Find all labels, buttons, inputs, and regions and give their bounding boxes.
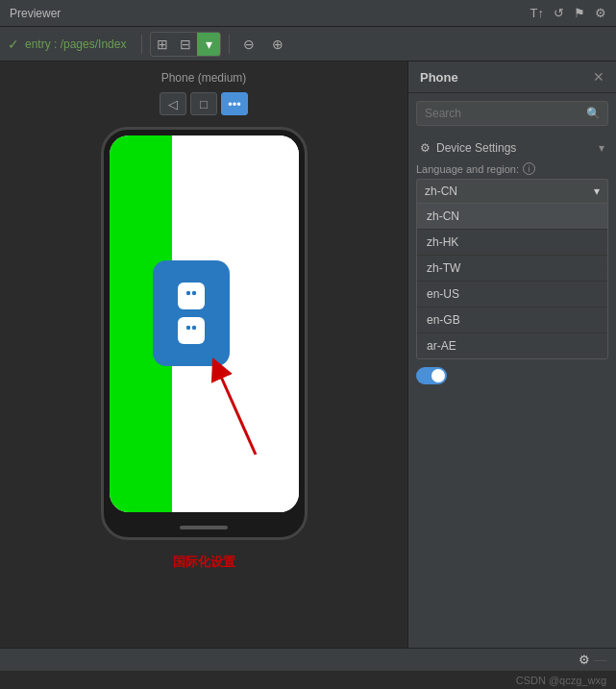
lang-option-ar-ae[interactable]: ar-AE bbox=[417, 333, 607, 358]
view-toggle-group: ⊞ ⊟ ▾ bbox=[150, 32, 221, 57]
svg-point-2 bbox=[185, 325, 191, 331]
dropdown-selected[interactable]: zh-CN ▾ bbox=[416, 179, 608, 203]
right-panel-title: Phone bbox=[420, 70, 458, 85]
zoom-in-icon[interactable]: ⊕ bbox=[266, 33, 289, 56]
status-right: ⚙ — bbox=[579, 652, 606, 667]
home-indicator bbox=[180, 526, 228, 529]
settings-content: Language and region: i zh-CN ▾ zh-CN zh-… bbox=[408, 162, 616, 392]
section-header-left: ⚙ Device Settings bbox=[420, 141, 516, 155]
selected-language: zh-CN bbox=[425, 185, 457, 198]
toggle-switch[interactable] bbox=[416, 367, 447, 384]
title-bar: Previewer T↑ ↺ ⚑ ⚙ bbox=[0, 0, 616, 27]
phone-screen bbox=[110, 135, 299, 512]
title-icon-4[interactable]: ⚙ bbox=[595, 6, 606, 20]
menu-button[interactable]: ••• bbox=[221, 92, 248, 115]
phone-content bbox=[172, 135, 299, 512]
main-area: Phone (medium) ◁ □ ••• bbox=[0, 62, 616, 648]
info-icon[interactable]: i bbox=[523, 162, 535, 175]
status-separator: — bbox=[594, 652, 606, 667]
watermark-bar: CSDN @qczg_wxg bbox=[0, 671, 616, 689]
preview-panel: Phone (medium) ◁ □ ••• bbox=[0, 62, 407, 648]
app-icon-1 bbox=[178, 283, 205, 309]
search-input[interactable] bbox=[416, 101, 608, 126]
toolbar-separator bbox=[141, 35, 142, 54]
close-button[interactable]: ✕ bbox=[593, 69, 604, 85]
status-gear-icon[interactable]: ⚙ bbox=[579, 652, 590, 667]
chinese-label: 国际化设置 bbox=[173, 554, 235, 571]
check-icon: ✓ bbox=[8, 37, 19, 52]
blue-circle bbox=[153, 260, 230, 366]
phone-bottom bbox=[104, 518, 305, 537]
svg-point-1 bbox=[191, 290, 197, 296]
title-icon-1[interactable]: T↑ bbox=[530, 6, 544, 20]
search-box: 🔍 bbox=[416, 101, 608, 126]
lang-option-zh-cn[interactable]: zh-CN bbox=[417, 204, 607, 230]
lang-option-en-gb[interactable]: en-GB bbox=[417, 308, 607, 333]
watermark-text: CSDN @qczg_wxg bbox=[516, 675, 606, 686]
lang-option-zh-hk[interactable]: zh-HK bbox=[417, 230, 607, 256]
list-view-icon[interactable]: ▾ bbox=[197, 33, 220, 56]
toolbar: ✓ entry : /pages/Index ⊞ ⊟ ▾ ⊖ ⊕ bbox=[0, 27, 616, 62]
phone-mockup bbox=[101, 127, 308, 540]
toggle-row bbox=[416, 367, 608, 384]
right-panel-header: Phone ✕ bbox=[408, 62, 616, 93]
language-label: Language and region: i bbox=[416, 162, 608, 175]
back-button[interactable]: ◁ bbox=[160, 92, 186, 115]
split-view-icon[interactable]: ⊟ bbox=[174, 33, 197, 56]
dropdown-list: zh-CN zh-HK zh-TW en-US en-GB ar-AE bbox=[416, 203, 608, 359]
app-title: Previewer bbox=[10, 7, 61, 20]
right-panel: Phone ✕ 🔍 ⚙ Device Settings ▾ Language a… bbox=[407, 62, 616, 648]
language-dropdown: zh-CN ▾ zh-CN zh-HK zh-TW en-US en-GB ar… bbox=[416, 179, 608, 359]
home-button[interactable]: □ bbox=[190, 92, 217, 115]
svg-point-0 bbox=[185, 290, 191, 296]
phone-screen-inner bbox=[110, 135, 299, 512]
title-icon-3[interactable]: ⚑ bbox=[574, 6, 585, 20]
chevron-down-icon: ▾ bbox=[599, 141, 604, 155]
grid-view-icon[interactable]: ⊞ bbox=[151, 33, 174, 56]
app-icon-2 bbox=[178, 317, 205, 344]
settings-icon: ⚙ bbox=[420, 141, 431, 155]
search-icon: 🔍 bbox=[586, 107, 601, 120]
dropdown-chevron-icon: ▾ bbox=[594, 185, 600, 198]
title-icon-2[interactable]: ↺ bbox=[554, 6, 564, 20]
zoom-out-icon[interactable]: ⊖ bbox=[237, 33, 260, 56]
device-settings-section[interactable]: ⚙ Device Settings ▾ bbox=[408, 134, 616, 162]
status-bar: ⚙ — bbox=[0, 648, 616, 671]
lang-option-en-us[interactable]: en-US bbox=[417, 282, 607, 308]
toolbar-separator-2 bbox=[229, 35, 230, 54]
title-bar-icons: T↑ ↺ ⚑ ⚙ bbox=[530, 6, 606, 20]
preview-controls: ◁ □ ••• bbox=[160, 92, 248, 115]
device-settings-label: Device Settings bbox=[436, 141, 516, 155]
svg-point-3 bbox=[191, 325, 197, 331]
entry-path: entry : /pages/Index bbox=[25, 37, 126, 51]
lang-option-zh-tw[interactable]: zh-TW bbox=[417, 256, 607, 282]
phone-label: Phone (medium) bbox=[161, 71, 247, 85]
